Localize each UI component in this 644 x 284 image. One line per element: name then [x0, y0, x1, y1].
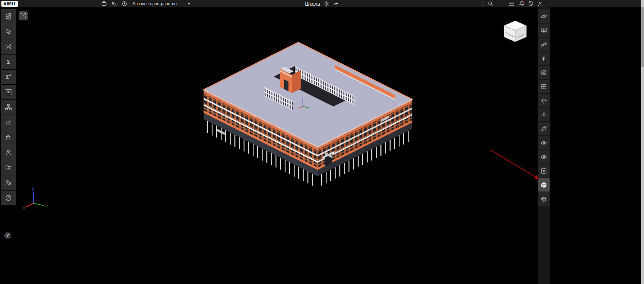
app-logo[interactable]: BIMIT: [1, 1, 18, 7]
view-2d-button[interactable]: 2D: [1, 85, 16, 99]
menu-list-icon[interactable]: [509, 1, 515, 7]
clip-plane-icon: [540, 111, 547, 118]
hide-elements-button[interactable]: [538, 150, 550, 163]
plugins-button[interactable]: [1, 130, 16, 145]
rotate-model-button[interactable]: [538, 122, 550, 135]
charts-button[interactable]: [1, 115, 16, 130]
top-bar: BIMIT Базовое пространство ▾ Школа: [0, 0, 644, 7]
model-cube-button[interactable]: [538, 178, 550, 192]
building-model: [204, 42, 412, 187]
chevron-down-icon: ▾: [188, 2, 190, 6]
cube-icon: [540, 182, 547, 188]
share-icon[interactable]: [333, 1, 339, 7]
user-geo-button[interactable]: [1, 175, 16, 190]
sigma-icon: Σ: [7, 59, 10, 65]
x-box-icon: [540, 168, 547, 174]
2d-icon: 2D: [5, 89, 12, 95]
profile-icon[interactable]: [537, 1, 544, 7]
model-structure-button[interactable]: [1, 9, 16, 24]
search-icon[interactable]: [487, 1, 494, 7]
screen-cursor-button[interactable]: [538, 24, 550, 37]
time-icon[interactable]: [121, 1, 127, 7]
measure-button[interactable]: [538, 38, 550, 51]
gauge-icon: [5, 194, 12, 201]
eye-icon: [540, 140, 547, 146]
notifications-bell-icon[interactable]: [519, 1, 525, 7]
calculations-button[interactable]: Σ: [1, 54, 16, 69]
right-toolbar: [538, 7, 550, 284]
ruler-icon: [540, 41, 547, 48]
section-box-button[interactable]: [538, 80, 550, 93]
users-button[interactable]: [1, 145, 16, 160]
clear-selection-button[interactable]: [538, 164, 550, 178]
crosshair-icon: [540, 97, 547, 104]
section-box-icon: [540, 83, 547, 90]
model-tree-icon: [5, 13, 12, 20]
workspace-icon[interactable]: [101, 1, 107, 7]
fit-frame-icon: [20, 13, 26, 19]
axis-y-label: Y: [46, 205, 48, 208]
org-structure-button[interactable]: [1, 100, 16, 115]
axis-x-label: X: [23, 206, 25, 210]
view-cube[interactable]: Справа Сзади: [502, 20, 529, 44]
orbit-icon: [540, 13, 547, 20]
shared-folders-button[interactable]: [1, 160, 16, 175]
unread-badge: [523, 1, 524, 2]
sigma-plus-icon: Σ+: [6, 74, 11, 80]
space-selector-dropdown[interactable]: Базовое пространство ▾: [133, 0, 191, 7]
line-chart-icon: [5, 119, 12, 126]
space-selector-value: Базовое пространство: [133, 1, 177, 6]
scrollbar-thumb[interactable]: [641, 7, 644, 67]
lightning-icon: [540, 55, 547, 62]
puzzle-icon: [5, 134, 12, 141]
orbit-view-button[interactable]: [538, 9, 550, 23]
navigation-gizmo-button[interactable]: [538, 192, 550, 206]
clip-plane-button[interactable]: [538, 108, 550, 121]
clash-detection-button[interactable]: [1, 39, 16, 54]
org-chart-icon: [5, 104, 12, 111]
monitor-cursor-icon: [540, 27, 547, 34]
cube-section-icon: [540, 69, 547, 76]
folder-share-icon: [5, 164, 12, 171]
fit-selection-button[interactable]: [19, 11, 28, 20]
user-location-icon: [5, 179, 12, 186]
cube-rotate-icon: [540, 125, 547, 132]
show-elements-button[interactable]: [538, 136, 550, 149]
user-icon: [5, 149, 12, 156]
crossing-arrows-icon: [5, 43, 12, 50]
axis-triad: Z X Y: [20, 187, 50, 210]
left-toolbar: Σ Σ+ 2D: [1, 9, 16, 206]
eye-off-icon: [540, 154, 547, 160]
vertical-scrollbar[interactable]: [641, 0, 644, 284]
section-cut-button[interactable]: [538, 52, 550, 65]
topbar-divider: [482, 1, 483, 6]
calculations-add-button[interactable]: Σ+: [1, 70, 16, 84]
settings-gear-icon[interactable]: [324, 1, 330, 7]
axis-z-label: Z: [32, 188, 34, 191]
focus-selection-button[interactable]: [538, 94, 550, 107]
team-icon[interactable]: [111, 1, 118, 7]
sphere-gizmo-icon: [540, 196, 547, 202]
section-plane-button[interactable]: [538, 66, 550, 79]
history-icon[interactable]: [528, 1, 534, 7]
dashboards-button[interactable]: [1, 191, 16, 205]
cursor-icon: [5, 28, 12, 35]
project-title: Школа: [305, 1, 320, 7]
help-button[interactable]: ?: [4, 232, 11, 239]
selection-button[interactable]: [1, 24, 16, 39]
